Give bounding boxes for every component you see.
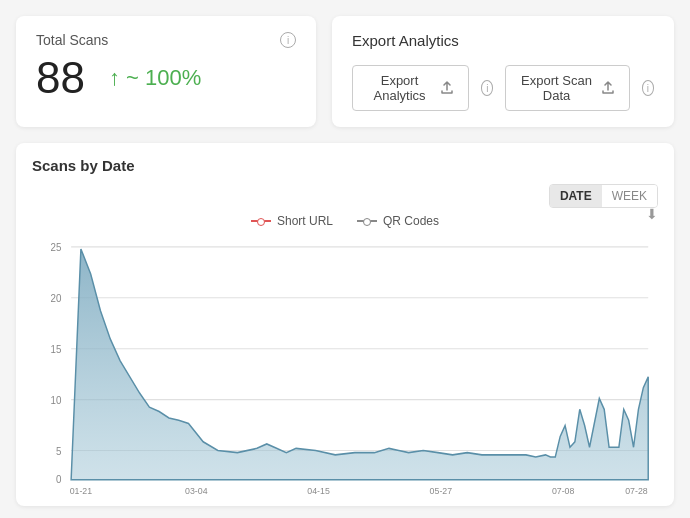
legend-qr-codes: QR Codes <box>357 214 439 228</box>
total-scans-title: Total Scans <box>36 32 108 48</box>
scan-count: 88 <box>36 56 85 100</box>
legend-short-url-label: Short URL <box>277 214 333 228</box>
export-analytics-upload-icon <box>440 80 454 96</box>
export-scan-upload-icon <box>601 80 615 96</box>
svg-text:2021: 2021 <box>187 495 207 496</box>
svg-text:25: 25 <box>50 242 61 254</box>
toggle-date-button[interactable]: DATE <box>550 185 602 207</box>
legend-short-url: Short URL <box>251 214 333 228</box>
section-title: Scans by Date <box>32 157 135 174</box>
svg-text:5: 5 <box>56 445 62 457</box>
qr-codes-legend-line <box>357 220 377 222</box>
export-scan-data-info-icon[interactable]: i <box>642 80 654 96</box>
toggle-week-button[interactable]: WEEK <box>602 185 657 207</box>
svg-text:15: 15 <box>50 344 61 356</box>
svg-text:2021: 2021 <box>309 495 329 496</box>
export-scan-data-label: Export Scan Data <box>520 73 592 103</box>
svg-text:2021: 2021 <box>553 495 573 496</box>
svg-text:0: 0 <box>56 474 62 486</box>
legend-qr-codes-label: QR Codes <box>383 214 439 228</box>
chart-download-icon[interactable]: ⬇ <box>646 206 658 222</box>
total-scans-card: Total Scans i 88 ↑ ~ 100% <box>16 16 316 127</box>
chart-legend: Short URL QR Codes <box>32 214 658 228</box>
svg-text:10: 10 <box>50 394 61 406</box>
export-scan-data-button[interactable]: Export Scan Data <box>505 65 629 111</box>
chart-svg: 25 20 15 10 5 0 01-21 2021 03-04 2021 04… <box>32 236 658 496</box>
chart-area: ⬇ 25 20 15 10 5 0 0 <box>32 236 658 496</box>
export-analytics-card: Export Analytics Export Analytics i Expo… <box>332 16 674 127</box>
export-analytics-info-icon[interactable]: i <box>481 80 493 96</box>
total-scans-info-icon[interactable]: i <box>280 32 296 48</box>
chart-controls: DATE WEEK <box>32 184 658 208</box>
svg-text:2021: 2021 <box>627 495 647 496</box>
scan-change: ↑ ~ 100% <box>109 65 201 91</box>
export-title: Export Analytics <box>352 32 654 49</box>
svg-text:20: 20 <box>50 293 61 305</box>
svg-text:2021: 2021 <box>431 495 451 496</box>
scans-by-date-section: Scans by Date DATE WEEK Short URL QR Cod… <box>16 143 674 506</box>
short-url-legend-line <box>251 220 271 222</box>
export-analytics-button[interactable]: Export Analytics <box>352 65 469 111</box>
svg-text:2021: 2021 <box>71 495 91 496</box>
export-analytics-label: Export Analytics <box>367 73 432 103</box>
area-chart-path <box>71 249 648 480</box>
date-toggle-group: DATE WEEK <box>549 184 658 208</box>
